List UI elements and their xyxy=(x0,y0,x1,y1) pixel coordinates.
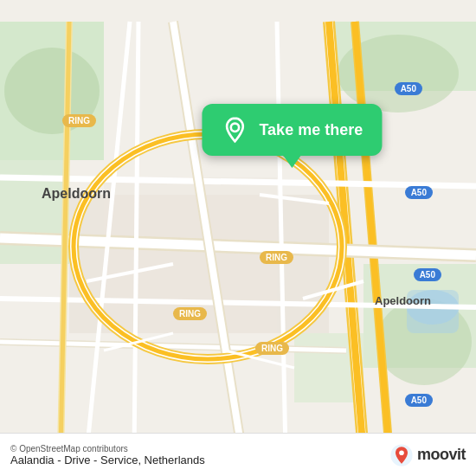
moovit-brand-text: moovit xyxy=(417,446,466,464)
bottom-bar: © OpenStreetMap contributors Aalandia - … xyxy=(0,433,476,476)
map-container: Apeldoorn RING RING RING RING A50 A50 A5… xyxy=(0,0,476,476)
ring-label-3: RING xyxy=(173,307,207,320)
city-label-2: Apeldoorn xyxy=(375,294,431,307)
bottom-info: © OpenStreetMap contributors Aalandia - … xyxy=(10,444,205,466)
popup-bubble[interactable]: Take me there xyxy=(202,104,382,156)
moovit-logo: moovit xyxy=(389,443,466,467)
location-name: Aalandia - Drive - Service, Netherlands xyxy=(10,453,205,466)
a50-label-4: A50 xyxy=(405,394,433,407)
map-roads xyxy=(0,0,476,476)
a50-label-3: A50 xyxy=(414,268,441,281)
osm-attribution: © OpenStreetMap contributors xyxy=(10,444,205,453)
location-pin-icon xyxy=(221,116,248,144)
map-popup: Take me there xyxy=(202,104,382,168)
ring-label-4: RING xyxy=(255,342,289,355)
svg-point-16 xyxy=(231,124,239,132)
moovit-icon xyxy=(389,443,414,467)
ring-label-1: RING xyxy=(62,114,96,127)
popup-label: Take me there xyxy=(259,121,363,139)
a50-label-2: A50 xyxy=(405,186,433,199)
ring-label-2: RING xyxy=(260,251,293,264)
svg-point-18 xyxy=(399,450,404,455)
a50-label-1: A50 xyxy=(395,82,422,95)
popup-tail xyxy=(283,156,300,168)
